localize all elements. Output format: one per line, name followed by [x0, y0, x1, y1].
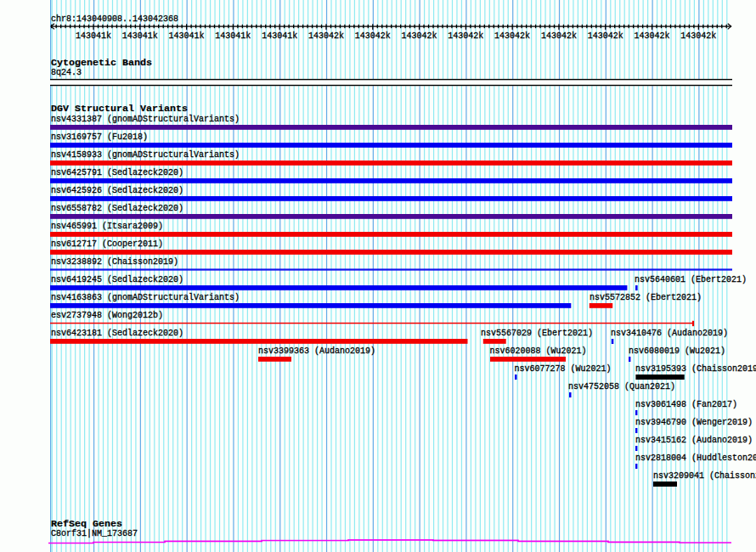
- svg-text:143042k: 143042k: [680, 31, 716, 41]
- svg-text:nsv3209041 (Chaisson2019): nsv3209041 (Chaisson2019): [653, 471, 756, 481]
- svg-text:143042k: 143042k: [541, 31, 577, 41]
- svg-text:nsv465991 (Itsara2009): nsv465991 (Itsara2009): [51, 222, 163, 231]
- svg-text:nsv3169757 (Fu2018): nsv3169757 (Fu2018): [51, 132, 148, 142]
- svg-text:nsv5572852 (Ebert2021): nsv5572852 (Ebert2021): [590, 293, 702, 302]
- svg-text:nsv6077278 (Wu2021): nsv6077278 (Wu2021): [515, 364, 612, 374]
- svg-text:nsv6419245 (Sedlazeck2020): nsv6419245 (Sedlazeck2020): [51, 275, 183, 284]
- svg-text:nsv5567029 (Ebert2021): nsv5567029 (Ebert2021): [481, 329, 593, 338]
- svg-text:nsv6080019 (Wu2021): nsv6080019 (Wu2021): [629, 346, 725, 356]
- svg-text:143042k: 143042k: [308, 31, 344, 41]
- svg-text:DGV Structural Variants: DGV Structural Variants: [51, 103, 188, 115]
- svg-text:esv2737948 (Wong2012b): esv2737948 (Wong2012b): [51, 311, 163, 320]
- svg-text:nsv6425926 (Sedlazeck2020): nsv6425926 (Sedlazeck2020): [51, 186, 183, 195]
- svg-text:nsv4158933 (gnomADStructuralVa: nsv4158933 (gnomADStructuralVariants): [51, 150, 240, 160]
- svg-text:RefSeq Genes: RefSeq Genes: [51, 518, 122, 530]
- svg-text:nsv4163863 (gnomADStructuralVa: nsv4163863 (gnomADStructuralVariants): [51, 293, 240, 302]
- svg-text:nsv6425791 (Sedlazeck2020): nsv6425791 (Sedlazeck2020): [51, 168, 183, 177]
- svg-text:143042k: 143042k: [355, 31, 391, 41]
- svg-text:143041k: 143041k: [262, 31, 297, 41]
- svg-text:nsv612717 (Cooper2011): nsv612717 (Cooper2011): [51, 239, 163, 249]
- svg-text:143042k: 143042k: [448, 31, 483, 41]
- svg-text:nsv6558782 (Sedlazeck2020): nsv6558782 (Sedlazeck2020): [51, 204, 183, 213]
- svg-text:143042k: 143042k: [588, 31, 623, 41]
- svg-text:nsv6423181 (Sedlazeck2020): nsv6423181 (Sedlazeck2020): [51, 329, 183, 338]
- svg-text:143041k: 143041k: [122, 31, 158, 41]
- svg-text:nsv3415162 (Audano2019): nsv3415162 (Audano2019): [635, 436, 753, 445]
- svg-text:nsv2818004 (Huddleston2017): nsv2818004 (Huddleston2017): [635, 453, 756, 463]
- svg-text:nsv4331387 (gnomADStructuralVa: nsv4331387 (gnomADStructuralVariants): [51, 115, 240, 124]
- svg-text:143041k: 143041k: [76, 31, 111, 41]
- svg-text:143041k: 143041k: [215, 31, 251, 41]
- svg-text:nsv3946790 (Wenger2019): nsv3946790 (Wenger2019): [635, 418, 753, 427]
- svg-text:143042k: 143042k: [494, 31, 530, 41]
- svg-text:C8orf31|NM_173687: C8orf31|NM_173687: [51, 529, 138, 538]
- svg-text:nsv6020088 (Wu2021): nsv6020088 (Wu2021): [490, 346, 587, 356]
- svg-text:nsv3238892 (Chaisson2019): nsv3238892 (Chaisson2019): [51, 257, 178, 267]
- svg-text:nsv3399363 (Audano2019): nsv3399363 (Audano2019): [258, 346, 375, 356]
- svg-text:Cytogenetic Bands: Cytogenetic Bands: [51, 57, 152, 69]
- svg-text:143041k: 143041k: [169, 31, 205, 41]
- svg-text:nsv5640601 (Ebert2021): nsv5640601 (Ebert2021): [635, 275, 747, 284]
- svg-text:nsv3410476 (Audano2019): nsv3410476 (Audano2019): [611, 329, 728, 338]
- svg-text:nsv3195393 (Chaisson2019): nsv3195393 (Chaisson2019): [635, 364, 756, 374]
- svg-text:143042k: 143042k: [635, 31, 670, 41]
- svg-text:143042k: 143042k: [402, 31, 437, 41]
- svg-text:nsv3061498 (Fan2017): nsv3061498 (Fan2017): [635, 400, 737, 409]
- svg-text:nsv4752058 (Quan2021): nsv4752058 (Quan2021): [568, 382, 675, 391]
- svg-text:chr8:143040908..143042368: chr8:143040908..143042368: [51, 14, 178, 24]
- svg-text:8q24.3: 8q24.3: [51, 68, 82, 77]
